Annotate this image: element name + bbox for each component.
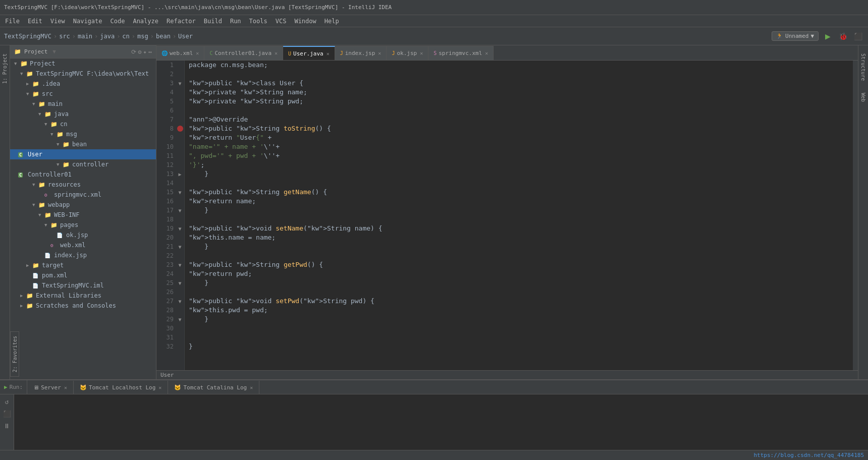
tree-item-project-root[interactable]: ▼📁Project [10, 59, 156, 69]
breadcrumb-item-bean[interactable]: bean [156, 33, 171, 40]
tab-ok-jsp-tab[interactable]: J ok.jsp ✕ [387, 46, 428, 60]
fold-arrow-27[interactable]: ▼ [178, 299, 181, 304]
code-line-16[interactable]: "kw">return name; [189, 197, 849, 206]
tree-item-web-xml[interactable]: ⚙web.xml [10, 240, 156, 250]
web-vtab[interactable]: Web [860, 89, 866, 106]
code-line-10[interactable]: "name='" + name + '\''+ [189, 142, 849, 151]
breadcrumb-item-cn[interactable]: cn [122, 33, 129, 40]
tree-item-main[interactable]: ▼📁main [10, 99, 156, 109]
code-line-7[interactable]: "ann">@Override [189, 115, 849, 124]
code-line-13[interactable]: } [189, 169, 849, 179]
run-button[interactable]: ▶ [822, 30, 834, 42]
code-line-27[interactable]: "kw">public "kw">void setPwd("kw">String… [189, 297, 849, 306]
code-line-1[interactable]: package cn.msg.bean; [189, 61, 849, 70]
breadcrumb-item-user[interactable]: User [178, 33, 193, 40]
tree-item-user[interactable]: CUser [10, 149, 156, 159]
tree-item-cn[interactable]: ▼📁cn [10, 119, 156, 129]
menu-item-file[interactable]: File [2, 17, 23, 26]
code-line-21[interactable]: } [189, 242, 849, 251]
code-line-17[interactable]: } [189, 206, 849, 215]
settings-icon[interactable]: ✦ [143, 48, 147, 55]
tree-item-idea[interactable]: ▶📁.idea [10, 79, 156, 89]
tree-item-controller01[interactable]: CController01 [10, 169, 156, 180]
fold-arrow-15[interactable]: ▼ [178, 190, 181, 195]
tree-item-springmvc-xml[interactable]: ⚙springmvc.xml [10, 190, 156, 200]
menu-item-help[interactable]: Help [321, 17, 342, 26]
tree-item-web-inf[interactable]: ▼📁WEB-INF [10, 210, 156, 220]
fold-arrow-17[interactable]: ▼ [178, 208, 181, 213]
fold-arrow-29[interactable]: ▼ [178, 317, 181, 322]
tree-item-text-spring-iml[interactable]: 📄TextSpringMVC.iml [10, 280, 156, 291]
tab-close-springmvc-xml-tab[interactable]: ✕ [485, 50, 488, 56]
code-line-30[interactable] [189, 324, 849, 333]
menu-item-analyze[interactable]: Analyze [130, 17, 161, 26]
stop-button[interactable]: ⬛ [852, 30, 864, 42]
tree-item-ok-jsp[interactable]: 📄ok.jsp [10, 230, 156, 240]
code-area[interactable]: package cn.msg.bean; "kw">public "kw">cl… [185, 61, 853, 370]
code-line-2[interactable] [189, 70, 849, 79]
restart-icon[interactable]: ↺ [2, 396, 12, 407]
code-line-4[interactable]: "kw">private "kw">String name; [189, 88, 849, 97]
run-config-selector[interactable]: 🏃 Unnamed ▼ [772, 31, 819, 41]
tab-controller01-tab[interactable]: C Controller01.java ✕ [204, 46, 283, 60]
right-scrollbar[interactable] [853, 61, 858, 370]
tab-web-xml-tab[interactable]: 🌐 web.xml ✕ [156, 46, 204, 60]
tab-index-jsp-tab[interactable]: J index.jsp ✕ [335, 46, 387, 60]
code-line-12[interactable]: '}'; [189, 160, 849, 169]
tab-close-ok-jsp-tab[interactable]: ✕ [420, 50, 423, 56]
menu-item-window[interactable]: Window [291, 17, 319, 26]
code-line-19[interactable]: "kw">public "kw">void setName("kw">Strin… [189, 224, 849, 233]
run-tab-server[interactable]: 🖥 Server ✕ [27, 381, 74, 394]
menu-item-refactor[interactable]: Refactor [164, 17, 199, 26]
run-tab-close[interactable]: ✕ [158, 385, 161, 390]
tree-item-resources[interactable]: ▼📁resources [10, 180, 156, 190]
code-line-3[interactable]: "kw">public "kw">class User { [189, 79, 849, 88]
code-line-24[interactable]: "kw">return pwd; [189, 269, 849, 278]
menu-item-tools[interactable]: Tools [246, 17, 270, 26]
code-line-11[interactable]: ", pwd='" + pwd + '\''+ [189, 151, 849, 160]
menu-item-vcs[interactable]: VCS [273, 17, 290, 26]
code-line-29[interactable]: } [189, 315, 849, 324]
tree-item-target[interactable]: ▶📁target [10, 260, 156, 270]
tab-close-web-xml-tab[interactable]: ✕ [196, 50, 199, 56]
code-line-20[interactable]: "kw">this.name = name; [189, 233, 849, 242]
tree-item-src[interactable]: ▼📁src [10, 89, 156, 99]
fold-arrow-23[interactable]: ▼ [178, 262, 181, 268]
fold-arrow-21[interactable]: ▼ [178, 244, 181, 250]
tree-item-msg[interactable]: ▼📁msg [10, 129, 156, 139]
tab-close-controller01-tab[interactable]: ✕ [275, 50, 278, 56]
stop-run-icon[interactable]: ⬛ [2, 409, 12, 419]
code-line-5[interactable]: "kw">private "kw">String pwd; [189, 97, 849, 106]
menu-item-code[interactable]: Code [107, 17, 128, 26]
run-tab-close[interactable]: ✕ [250, 385, 253, 390]
tree-item-text-spring-mvc[interactable]: ▼📁TextSpringMVC F:\idea\work\Text [10, 69, 156, 79]
code-line-31[interactable] [189, 333, 849, 342]
menu-item-run[interactable]: Run [227, 17, 244, 26]
code-line-15[interactable]: "kw">public "kw">String getName() { [189, 188, 849, 197]
fold-arrow-25[interactable]: ▼ [178, 280, 181, 286]
tree-item-webapp[interactable]: ▼📁webapp [10, 200, 156, 210]
pause-icon[interactable]: ⏸ [2, 421, 12, 431]
breadcrumb-item-java[interactable]: java [100, 33, 115, 40]
code-line-8[interactable]: "kw">public "kw">String toString() { [189, 124, 849, 133]
menu-item-edit[interactable]: Edit [25, 17, 45, 26]
breadcrumb-item-msg[interactable]: msg [137, 33, 148, 40]
run-tab-tomcat-catalina-log[interactable]: 🐱 Tomcat Catalina Log ✕ [168, 381, 259, 394]
fold-arrow-13[interactable]: ▶ [178, 171, 181, 177]
tree-item-ext-libs[interactable]: ▶📁External Libraries [10, 291, 156, 301]
menu-item-view[interactable]: View [47, 17, 68, 26]
breadcrumb-item-src[interactable]: src [59, 33, 70, 40]
code-line-23[interactable]: "kw">public "kw">String getPwd() { [189, 260, 849, 269]
structure-vtab[interactable]: Structure [860, 49, 866, 85]
tree-item-index-jsp[interactable]: 📄index.jsp [10, 250, 156, 260]
code-line-6[interactable] [189, 106, 849, 115]
fold-arrow-3[interactable]: ▼ [178, 81, 181, 86]
code-line-9[interactable]: "kw">return "User{" + [189, 133, 849, 142]
project-vtab[interactable]: 1: Project [2, 49, 8, 88]
breadcrumb-item-main[interactable]: main [78, 33, 92, 40]
tree-item-pom-xml[interactable]: 📄pom.xml [10, 270, 156, 280]
tree-item-java[interactable]: ▼📁java [10, 109, 156, 119]
code-line-25[interactable]: } [189, 278, 849, 288]
tree-item-scratches[interactable]: ▶📁Scratches and Consoles [10, 301, 156, 311]
code-line-18[interactable] [189, 215, 849, 224]
